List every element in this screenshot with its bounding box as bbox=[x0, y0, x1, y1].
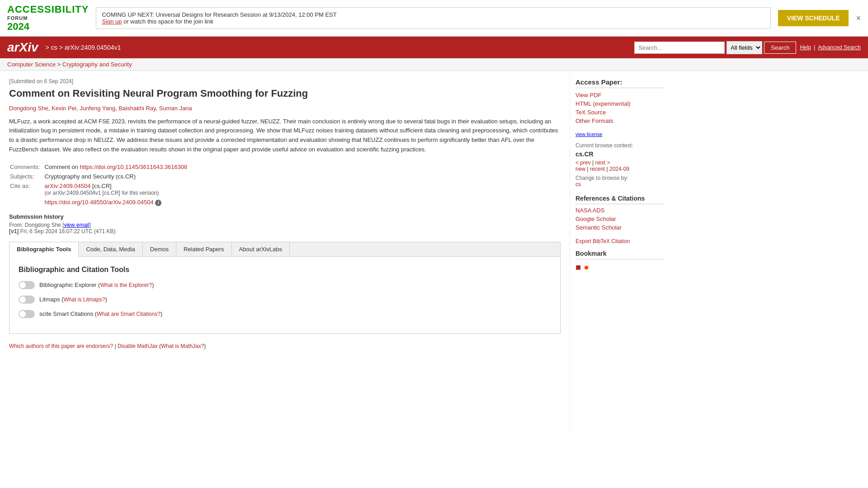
comments-link[interactable]: https://doi.org/10.1145/3611643.3616308 bbox=[80, 164, 188, 170]
what-mathjax-link[interactable]: What is MathJax? bbox=[161, 343, 204, 349]
ref-google-scholar: Google Scholar bbox=[576, 216, 664, 222]
tool-label-litmaps: Litmaps (What is Litmaps?) bbox=[39, 296, 107, 303]
access-links-list: View PDF HTML (experimental) TeX Source … bbox=[576, 92, 664, 124]
metadata-cite-row: Cite as: arXiv:2409.04504 [cs.CR] (or ar… bbox=[10, 182, 191, 197]
author-kexin-pei[interactable]: Kexin Pei bbox=[52, 105, 76, 112]
nasa-ads-link[interactable]: NASA ADS bbox=[576, 207, 604, 214]
header-breadcrumb: > cs > arXiv:2409.04504v1 bbox=[46, 44, 121, 51]
google-scholar-link[interactable]: Google Scholar bbox=[576, 216, 616, 222]
sidebar: Access Paper: View PDF HTML (experimenta… bbox=[570, 71, 669, 432]
biblio-explorer-help-link[interactable]: What is the Explorer? bbox=[100, 282, 152, 288]
ref-semantic-scholar: Semantic Scholar bbox=[576, 224, 664, 231]
current-browse-section: Current browse context: cs.CR < prev | n… bbox=[576, 142, 664, 188]
breadcrumb-cs-link[interactable]: cs bbox=[51, 44, 57, 51]
submission-history-title: Submission history bbox=[9, 213, 561, 220]
metadata-table: Comments: Comment on https://doi.org/10.… bbox=[9, 162, 192, 208]
toggle-biblio-explorer[interactable] bbox=[19, 281, 35, 289]
cite-arxiv-link[interactable]: arXiv:2409.04504 bbox=[44, 183, 90, 189]
cs-browse-link[interactable]: cs bbox=[576, 181, 581, 188]
tab-demos[interactable]: Demos bbox=[143, 242, 176, 256]
arxiv-logo-link[interactable]: arXiv bbox=[7, 40, 38, 55]
close-banner-button[interactable]: × bbox=[856, 14, 861, 23]
tab-code-data-media[interactable]: Code, Data, Media bbox=[79, 242, 142, 256]
submission-v1: [v1] Fri, 6 Sep 2024 16:07:22 UTC (471 K… bbox=[9, 228, 561, 235]
tool-row-scite: scite Smart Citations (What are Smart Ci… bbox=[19, 310, 551, 318]
mendeley-bookmark-icon[interactable]: ■ bbox=[576, 262, 581, 272]
abstract-text: MLFuzz, a work accepted at ACM FSE 2023,… bbox=[9, 117, 561, 155]
search-help-links: Help | Advanced Search bbox=[800, 44, 861, 51]
breadcrumb-separator1: > bbox=[46, 44, 49, 51]
html-experimental-link[interactable]: HTML (experimental) bbox=[576, 100, 631, 107]
tool-label-scite: scite Smart Citations (What are Smart Ci… bbox=[39, 310, 162, 317]
tool-label-biblio-explorer: Bibliographic Explorer (What is the Expl… bbox=[39, 282, 154, 288]
arxiv-logo-text: arXiv bbox=[7, 40, 38, 55]
doi-link[interactable]: https://doi.org/10.48550/arXiv.2409.0450… bbox=[44, 199, 153, 206]
toggle-scite[interactable] bbox=[19, 310, 35, 318]
tab-bibliographic-tools[interactable]: Bibliographic Tools bbox=[9, 242, 79, 257]
sub-nav-cryptography[interactable]: Cryptography and Security bbox=[62, 61, 132, 68]
scite-help-link[interactable]: What are Smart Citations? bbox=[97, 311, 160, 317]
site-header: arXiv > cs > arXiv:2409.04504v1 All fiel… bbox=[0, 37, 868, 58]
author-junfeng-yang[interactable]: Junfeng Yang bbox=[80, 105, 115, 112]
submission-tag: [Submitted on 6 Sep 2024] bbox=[9, 78, 561, 84]
search-input[interactable] bbox=[634, 42, 725, 54]
tool-row-litmaps: Litmaps (What is Litmaps?) bbox=[19, 296, 551, 304]
cs-link-container: cs bbox=[576, 181, 664, 188]
search-area: All fields Title Author Abstract Search … bbox=[634, 41, 861, 54]
view-license-link[interactable]: view license bbox=[576, 131, 602, 137]
help-link[interactable]: Help bbox=[800, 44, 811, 51]
doi-info-icon[interactable]: i bbox=[155, 200, 161, 206]
breadcrumb-separator2: > bbox=[59, 44, 63, 51]
view-license-link-container: view license bbox=[576, 131, 664, 137]
paper-title: Comment on Revisiting Neural Program Smo… bbox=[9, 87, 561, 100]
prev-link[interactable]: < prev bbox=[576, 160, 591, 166]
footer-links: Which authors of this paper are endorser… bbox=[9, 343, 561, 349]
author-dongdong-she[interactable]: Dongdong She bbox=[9, 105, 48, 112]
tool-row-biblio-explorer: Bibliographic Explorer (What is the Expl… bbox=[19, 281, 551, 289]
view-schedule-button[interactable]: VIEW SCHEDULE bbox=[778, 10, 849, 26]
author-suman-jana[interactable]: Suman Jana bbox=[159, 105, 192, 112]
author-baishakhi-ray[interactable]: Baishakhi Ray bbox=[118, 105, 156, 112]
view-pdf-link[interactable]: View PDF bbox=[576, 92, 602, 99]
version-label: (or arXiv:2409.04504v1 [cs.CR] for this … bbox=[44, 190, 159, 196]
litmaps-help-link[interactable]: What is Litmaps? bbox=[63, 296, 105, 303]
refs-links-list: NASA ADS Google Scholar Semantic Scholar bbox=[576, 207, 664, 231]
recent-link[interactable]: recent bbox=[590, 166, 605, 172]
endorsers-link[interactable]: Which authors of this paper are endorser… bbox=[9, 343, 113, 349]
bookmark-title: Bookmark bbox=[576, 250, 664, 259]
tabs-nav: Bibliographic Tools Code, Data, Media De… bbox=[9, 242, 560, 257]
comments-value: Comment on https://doi.org/10.1145/36116… bbox=[44, 163, 191, 171]
announcement-text-box: COMING UP NEXT: Universal Designs for Re… bbox=[96, 7, 770, 29]
next-link[interactable]: next > bbox=[595, 160, 610, 166]
signup-suffix: or watch this space for the join link bbox=[122, 18, 213, 25]
subjects-value: Cryptography and Security (cs.CR) bbox=[44, 172, 191, 181]
sub-nav-computer-science[interactable]: Computer Science bbox=[7, 61, 56, 68]
cite-as-label: Cite as: bbox=[10, 182, 43, 197]
paper-content: [Submitted on 6 Sep 2024] Comment on Rev… bbox=[0, 71, 570, 432]
advanced-search-link[interactable]: Advanced Search bbox=[818, 44, 861, 51]
date-link[interactable]: 2024-09 bbox=[609, 166, 629, 172]
announcement-banner: ACCESSIBILITY FORUM 2024 COMING UP NEXT:… bbox=[0, 0, 868, 37]
subjects-label: Subjects: bbox=[10, 172, 43, 181]
browse-nav-links: < prev | next > bbox=[576, 160, 664, 166]
export-bibtex-link[interactable]: Export BibTeX Citation bbox=[576, 238, 664, 244]
tab-about-arxivlabs[interactable]: About arXivLabs bbox=[232, 242, 290, 256]
other-formats-link[interactable]: Other Formats bbox=[576, 117, 613, 124]
submission-from: From: Dongdong She [view email] bbox=[9, 222, 561, 228]
tab-related-papers[interactable]: Related Papers bbox=[176, 242, 232, 256]
semantic-scholar-link[interactable]: Semantic Scholar bbox=[576, 224, 622, 231]
search-field-select[interactable]: All fields Title Author Abstract bbox=[726, 41, 762, 54]
access-link-tex: TeX Source bbox=[576, 109, 664, 116]
new-link[interactable]: new bbox=[576, 166, 585, 172]
tex-source-link[interactable]: TeX Source bbox=[576, 109, 606, 116]
accessibility-forum-logo: ACCESSIBILITY FORUM 2024 bbox=[7, 4, 89, 33]
reddit-bookmark-icon[interactable]: ● bbox=[584, 262, 589, 272]
toggle-litmaps[interactable] bbox=[19, 296, 35, 304]
tab-content-bibliographic: Bibliographic and Citation Tools Bibliog… bbox=[9, 257, 560, 333]
current-browse-label: Current browse context: bbox=[576, 142, 664, 149]
signup-link[interactable]: Sign up bbox=[102, 18, 122, 25]
disable-mathjax-link[interactable]: Disable MathJax bbox=[118, 343, 158, 349]
breadcrumb-arxiv-id: arXiv:2409.04504v1 bbox=[65, 44, 121, 51]
search-button[interactable]: Search bbox=[764, 42, 796, 54]
view-email-link[interactable]: view email bbox=[64, 222, 89, 228]
